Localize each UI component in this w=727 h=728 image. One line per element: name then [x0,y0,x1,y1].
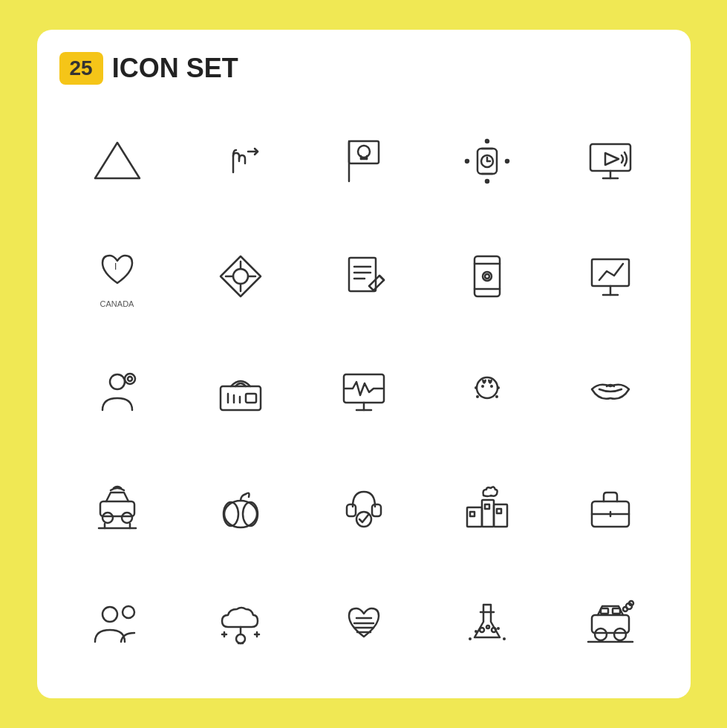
svg-rect-69 [347,504,356,516]
svg-point-82 [123,606,134,618]
svg-point-13 [486,180,489,183]
icon-mobile-settings [429,222,545,330]
svg-point-53 [477,377,498,398]
icon-triangle-up [59,107,175,215]
svg-point-58 [476,395,479,398]
icon-monitor-heart [306,337,422,445]
svg-point-14 [466,160,469,163]
icon-skull-banner [306,107,422,215]
canada-label: CANADA [100,299,134,308]
icon-radio-wifi [183,337,299,445]
svg-point-43 [125,374,135,384]
svg-point-54 [481,385,484,388]
icon-lab-city [429,568,545,676]
icon-robot-car [552,568,668,676]
svg-point-84 [236,634,245,643]
svg-point-62 [122,513,132,523]
icon-grid: I CANADA [59,107,668,676]
svg-rect-34 [475,256,500,296]
svg-point-24 [233,269,248,284]
svg-point-44 [128,377,132,381]
svg-rect-29 [349,258,376,291]
icon-lips [552,337,668,445]
icon-girl-love [429,337,545,445]
icon-pumpkin [183,453,299,561]
svg-point-97 [492,628,496,632]
badge-number: 25 [59,52,103,85]
svg-marker-19 [605,153,619,165]
svg-point-68 [243,502,258,526]
svg-point-105 [595,628,607,640]
svg-rect-70 [372,504,381,516]
icon-document-edit [306,222,422,330]
svg-rect-77 [497,509,501,513]
svg-point-59 [495,395,498,398]
svg-point-106 [614,628,626,640]
svg-point-96 [486,625,489,628]
icon-task-done [306,453,422,561]
svg-point-4 [358,146,370,157]
svg-point-99 [503,637,506,640]
icon-cloud-idea [183,568,299,676]
page-title: ICON SET [112,53,238,84]
icon-camera-target [183,222,299,330]
svg-point-81 [102,607,117,622]
icon-group [59,568,175,676]
svg-rect-76 [485,504,489,509]
main-card: 25 ICON SET [37,30,691,698]
svg-text:I: I [114,261,117,272]
svg-point-66 [224,501,257,527]
svg-point-57 [497,386,500,389]
svg-rect-18 [590,144,630,171]
svg-point-42 [110,374,125,389]
svg-rect-49 [246,394,256,403]
svg-marker-0 [95,143,140,178]
svg-rect-104 [613,608,620,614]
svg-line-33 [379,276,384,280]
icon-canada-heart: I CANADA [59,222,175,330]
svg-rect-74 [494,504,507,527]
icon-briefcase [552,453,668,561]
icon-heart-flag [306,568,422,676]
svg-point-101 [497,627,500,630]
svg-point-12 [506,160,509,163]
icon-factory [429,453,545,561]
icon-hand-swipe [183,107,299,215]
svg-rect-2 [349,141,379,163]
svg-point-98 [469,637,472,640]
icon-car-lift [59,453,175,561]
svg-point-55 [490,385,493,388]
icon-smartwatch [429,107,545,215]
svg-point-95 [480,628,484,632]
svg-rect-103 [601,608,608,614]
svg-point-56 [475,386,477,389]
svg-point-67 [224,502,238,526]
svg-point-38 [485,274,489,279]
svg-rect-75 [470,512,475,516]
icon-worker-settings [59,337,175,445]
icon-monitor-play [552,107,668,215]
icon-presentation [552,222,668,330]
header: 25 ICON SET [59,52,668,85]
svg-point-61 [102,513,113,523]
svg-point-100 [475,630,477,633]
svg-point-11 [486,140,489,143]
